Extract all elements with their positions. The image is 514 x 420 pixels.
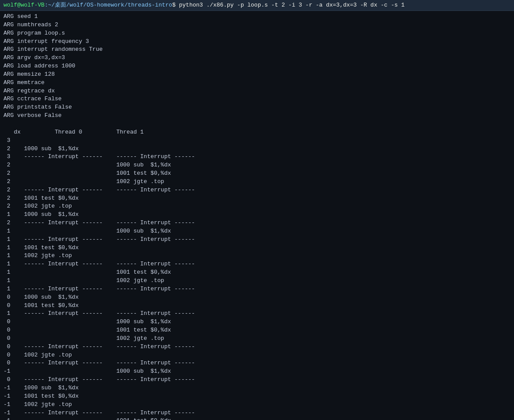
exec-line: -1 1000 sub $1,%dx (4, 384, 510, 392)
arg-line: ARG argv dx=3,dx=3 (4, 54, 510, 62)
args-block: ARG seed 1ARG numthreads 2ARG program lo… (4, 13, 510, 120)
exec-line: 0 1001 test $0,%dx (4, 326, 510, 335)
exec-line: 2 ------ Interrupt ------ ------ Interru… (4, 219, 510, 227)
execution-block: 3 2 1000 sub $1,%dx 3 ------ Interrupt -… (4, 137, 510, 420)
arg-line: ARG regtrace dx (4, 87, 510, 95)
exec-line: 1 ------ Interrupt ------ ------ Interru… (4, 285, 510, 293)
exec-line: 0 1000 sub $1,%dx (4, 293, 510, 302)
exec-line: 0 1002 jgte .top (4, 351, 510, 360)
exec-line: -1 ------ Interrupt ------ ------ Interr… (4, 409, 510, 417)
exec-line: 0 ------ Interrupt ------ ------ Interru… (4, 343, 510, 351)
exec-line: 2 1000 sub $1,%dx (4, 145, 510, 153)
arg-line: ARG interrupt randomness True (4, 46, 510, 54)
exec-line: 1 1000 sub $1,%dx (4, 211, 510, 219)
exec-line: 0 1000 sub $1,%dx (4, 318, 510, 326)
exec-line: 2 1001 test $0,%dx (4, 194, 510, 203)
arg-line: ARG memtrace (4, 79, 510, 87)
exec-line: 2 1002 jgte .top (4, 178, 510, 186)
exec-line: 1 1001 test $0,%dx (4, 244, 510, 252)
exec-line: 0 ------ Interrupt ------ ------ Interru… (4, 376, 510, 384)
exec-line: 1 1002 jgte .top (4, 252, 510, 260)
exec-line: 0 ------ Interrupt ------ ------ Interru… (4, 359, 510, 367)
exec-line: -1 1001 test $0,%dx (4, 392, 510, 401)
exec-line: 2 1000 sub $1,%dx (4, 161, 510, 169)
exec-line: 1 1002 jgte .top (4, 277, 510, 285)
exec-line: 2 1002 jgte .top (4, 202, 510, 211)
title-bar: wolf@wolf-VB:~/桌面/wolf/OS-homework/threa… (0, 0, 514, 11)
terminal-content: ARG seed 1ARG numthreads 2ARG program lo… (0, 11, 514, 420)
exec-line: 3 (4, 137, 510, 145)
arg-line: ARG cctrace False (4, 95, 510, 103)
exec-line: 1 ------ Interrupt ------ ------ Interru… (4, 260, 510, 268)
arg-line: ARG interrupt frequency 3 (4, 38, 510, 46)
arg-line: ARG printstats False (4, 103, 510, 112)
exec-line: 1 1000 sub $1,%dx (4, 227, 510, 236)
arg-line: ARG memsize 128 (4, 71, 510, 79)
title-prompt: wolf@wolf-VB (4, 2, 45, 8)
arg-line: ARG verbose False (4, 112, 510, 120)
exec-line: -1 1001 test $0,%dx (4, 417, 510, 420)
exec-line: -1 1002 jgte .top (4, 401, 510, 409)
title-path: :~/桌面/wolf/OS-homework/threads-intro (45, 2, 172, 8)
terminal: wolf@wolf-VB:~/桌面/wolf/OS-homework/threa… (0, 0, 514, 420)
arg-line: ARG numthreads 2 (4, 21, 510, 29)
title-command: $ python3 ./x86.py -p loop.s -t 2 -i 3 -… (172, 2, 405, 8)
blank-line (4, 120, 510, 128)
exec-line: 0 1001 test $0,%dx (4, 302, 510, 310)
exec-line: 1 1001 test $0,%dx (4, 268, 510, 277)
exec-line: 0 1002 jgte .top (4, 335, 510, 343)
exec-line: 1 ------ Interrupt ------ ------ Interru… (4, 236, 510, 244)
exec-line: 1 ------ Interrupt ------ ------ Interru… (4, 310, 510, 318)
arg-line: ARG program loop.s (4, 29, 510, 38)
column-header: dx Thread 0 Thread 1 (4, 128, 510, 137)
exec-line: 2 ------ Interrupt ------ ------ Interru… (4, 186, 510, 194)
exec-line: 3 ------ Interrupt ------ ------ Interru… (4, 153, 510, 161)
exec-line: 2 1001 test $0,%dx (4, 169, 510, 178)
exec-line: -1 1000 sub $1,%dx (4, 367, 510, 376)
arg-line: ARG seed 1 (4, 13, 510, 21)
arg-line: ARG load address 1000 (4, 62, 510, 71)
